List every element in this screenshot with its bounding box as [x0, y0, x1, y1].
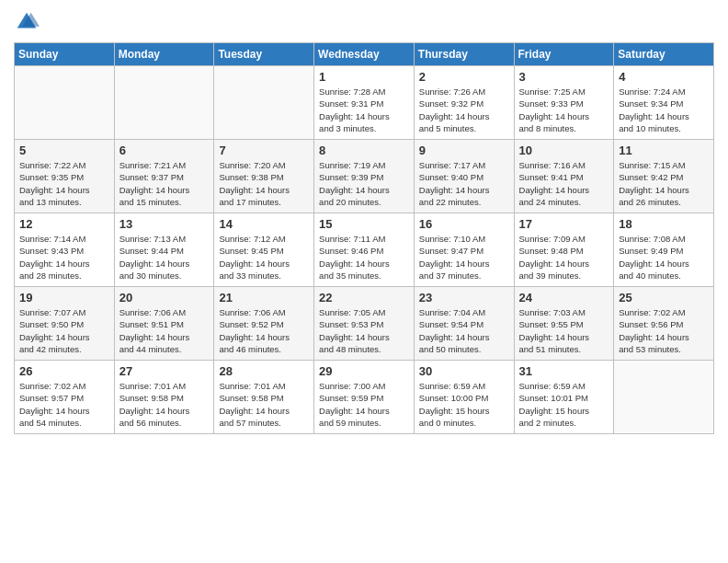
day-info: Sunrise: 7:05 AM Sunset: 9:53 PM Dayligh…	[319, 306, 409, 355]
day-number: 18	[619, 217, 709, 231]
calendar-cell: 31Sunrise: 6:59 AM Sunset: 10:01 PM Dayl…	[514, 361, 614, 434]
calendar-cell: 2Sunrise: 7:26 AM Sunset: 9:32 PM Daylig…	[414, 66, 514, 140]
day-number: 11	[619, 144, 709, 157]
day-info: Sunrise: 7:02 AM Sunset: 9:56 PM Dayligh…	[619, 306, 709, 355]
calendar-cell: 16Sunrise: 7:10 AM Sunset: 9:47 PM Dayli…	[414, 213, 514, 287]
calendar-cell: 19Sunrise: 7:07 AM Sunset: 9:50 PM Dayli…	[15, 287, 115, 361]
weekday-header-sunday: Sunday	[15, 43, 115, 66]
calendar-cell: 12Sunrise: 7:14 AM Sunset: 9:43 PM Dayli…	[15, 213, 115, 287]
day-info: Sunrise: 7:03 AM Sunset: 9:55 PM Dayligh…	[519, 306, 609, 355]
weekday-header-row: SundayMondayTuesdayWednesdayThursdayFrid…	[15, 43, 714, 66]
day-info: Sunrise: 7:19 AM Sunset: 9:39 PM Dayligh…	[319, 159, 409, 208]
day-info: Sunrise: 7:10 AM Sunset: 9:47 PM Dayligh…	[419, 233, 509, 282]
day-info: Sunrise: 6:59 AM Sunset: 10:01 PM Daylig…	[519, 380, 609, 429]
week-row-3: 12Sunrise: 7:14 AM Sunset: 9:43 PM Dayli…	[15, 213, 714, 287]
day-info: Sunrise: 7:07 AM Sunset: 9:50 PM Dayligh…	[19, 306, 109, 355]
day-info: Sunrise: 7:24 AM Sunset: 9:34 PM Dayligh…	[619, 86, 709, 134]
day-info: Sunrise: 7:11 AM Sunset: 9:46 PM Dayligh…	[319, 233, 409, 282]
day-number: 2	[419, 70, 509, 84]
day-info: Sunrise: 7:08 AM Sunset: 9:49 PM Dayligh…	[619, 233, 709, 282]
day-info: Sunrise: 7:14 AM Sunset: 9:43 PM Dayligh…	[19, 233, 109, 282]
day-number: 27	[119, 364, 210, 378]
weekday-header-saturday: Saturday	[614, 43, 714, 66]
day-number: 15	[319, 217, 409, 231]
day-number: 19	[19, 291, 109, 304]
day-info: Sunrise: 7:01 AM Sunset: 9:58 PM Dayligh…	[119, 380, 210, 429]
day-info: Sunrise: 7:00 AM Sunset: 9:59 PM Dayligh…	[319, 380, 409, 429]
calendar-cell	[114, 66, 214, 140]
day-number: 17	[519, 217, 609, 231]
calendar-cell: 9Sunrise: 7:17 AM Sunset: 9:40 PM Daylig…	[414, 140, 514, 213]
day-info: Sunrise: 7:16 AM Sunset: 9:41 PM Dayligh…	[519, 159, 609, 208]
calendar-cell: 11Sunrise: 7:15 AM Sunset: 9:42 PM Dayli…	[614, 140, 714, 213]
day-info: Sunrise: 7:06 AM Sunset: 9:51 PM Dayligh…	[119, 306, 210, 355]
day-info: Sunrise: 7:12 AM Sunset: 9:45 PM Dayligh…	[219, 233, 309, 282]
weekday-header-thursday: Thursday	[414, 43, 514, 66]
calendar-cell: 23Sunrise: 7:04 AM Sunset: 9:54 PM Dayli…	[414, 287, 514, 361]
day-info: Sunrise: 7:13 AM Sunset: 9:44 PM Dayligh…	[119, 233, 210, 282]
calendar-cell: 26Sunrise: 7:02 AM Sunset: 9:57 PM Dayli…	[15, 361, 115, 434]
calendar-cell: 15Sunrise: 7:11 AM Sunset: 9:46 PM Dayli…	[314, 213, 415, 287]
week-row-5: 26Sunrise: 7:02 AM Sunset: 9:57 PM Dayli…	[15, 361, 714, 434]
calendar-cell: 27Sunrise: 7:01 AM Sunset: 9:58 PM Dayli…	[114, 361, 214, 434]
day-number: 9	[419, 144, 509, 157]
day-number: 5	[19, 144, 109, 157]
day-number: 28	[219, 364, 309, 378]
day-number: 23	[419, 291, 509, 304]
logo-icon	[14, 9, 40, 35]
day-info: Sunrise: 7:26 AM Sunset: 9:32 PM Dayligh…	[419, 86, 509, 134]
day-number: 29	[319, 364, 409, 378]
week-row-2: 5Sunrise: 7:22 AM Sunset: 9:35 PM Daylig…	[15, 140, 714, 213]
day-info: Sunrise: 7:09 AM Sunset: 9:48 PM Dayligh…	[519, 233, 609, 282]
calendar-cell: 13Sunrise: 7:13 AM Sunset: 9:44 PM Dayli…	[114, 213, 214, 287]
weekday-header-monday: Monday	[114, 43, 214, 66]
calendar-cell	[614, 361, 714, 434]
day-number: 31	[519, 364, 609, 378]
weekday-header-tuesday: Tuesday	[214, 43, 314, 66]
calendar-cell: 21Sunrise: 7:06 AM Sunset: 9:52 PM Dayli…	[214, 287, 314, 361]
calendar-cell: 10Sunrise: 7:16 AM Sunset: 9:41 PM Dayli…	[514, 140, 614, 213]
calendar-cell: 24Sunrise: 7:03 AM Sunset: 9:55 PM Dayli…	[514, 287, 614, 361]
day-info: Sunrise: 7:04 AM Sunset: 9:54 PM Dayligh…	[419, 306, 509, 355]
day-info: Sunrise: 7:25 AM Sunset: 9:33 PM Dayligh…	[519, 86, 609, 134]
calendar-table: SundayMondayTuesdayWednesdayThursdayFrid…	[14, 42, 714, 434]
weekday-header-wednesday: Wednesday	[314, 43, 415, 66]
calendar-cell: 7Sunrise: 7:20 AM Sunset: 9:38 PM Daylig…	[214, 140, 314, 213]
header	[14, 9, 714, 35]
logo	[14, 9, 43, 35]
day-info: Sunrise: 7:20 AM Sunset: 9:38 PM Dayligh…	[219, 159, 309, 208]
calendar-cell: 4Sunrise: 7:24 AM Sunset: 9:34 PM Daylig…	[614, 66, 714, 140]
day-info: Sunrise: 7:28 AM Sunset: 9:31 PM Dayligh…	[319, 86, 409, 134]
day-info: Sunrise: 7:21 AM Sunset: 9:37 PM Dayligh…	[119, 159, 210, 208]
day-number: 24	[519, 291, 609, 304]
day-info: Sunrise: 7:15 AM Sunset: 9:42 PM Dayligh…	[619, 159, 709, 208]
page-container: SundayMondayTuesdayWednesdayThursdayFrid…	[0, 0, 728, 448]
calendar-cell: 18Sunrise: 7:08 AM Sunset: 9:49 PM Dayli…	[614, 213, 714, 287]
day-number: 13	[119, 217, 210, 231]
day-info: Sunrise: 7:06 AM Sunset: 9:52 PM Dayligh…	[219, 306, 309, 355]
calendar-cell: 14Sunrise: 7:12 AM Sunset: 9:45 PM Dayli…	[214, 213, 314, 287]
day-number: 22	[319, 291, 409, 304]
day-number: 30	[419, 364, 509, 378]
calendar-cell: 6Sunrise: 7:21 AM Sunset: 9:37 PM Daylig…	[114, 140, 214, 213]
day-number: 7	[219, 144, 309, 157]
calendar-cell: 30Sunrise: 6:59 AM Sunset: 10:00 PM Dayl…	[414, 361, 514, 434]
calendar-cell: 22Sunrise: 7:05 AM Sunset: 9:53 PM Dayli…	[314, 287, 415, 361]
week-row-1: 1Sunrise: 7:28 AM Sunset: 9:31 PM Daylig…	[15, 66, 714, 140]
week-row-4: 19Sunrise: 7:07 AM Sunset: 9:50 PM Dayli…	[15, 287, 714, 361]
day-number: 14	[219, 217, 309, 231]
day-number: 6	[119, 144, 210, 157]
day-number: 16	[419, 217, 509, 231]
calendar-cell: 17Sunrise: 7:09 AM Sunset: 9:48 PM Dayli…	[514, 213, 614, 287]
day-number: 20	[119, 291, 210, 304]
calendar-cell: 3Sunrise: 7:25 AM Sunset: 9:33 PM Daylig…	[514, 66, 614, 140]
day-info: Sunrise: 7:17 AM Sunset: 9:40 PM Dayligh…	[419, 159, 509, 208]
day-info: Sunrise: 6:59 AM Sunset: 10:00 PM Daylig…	[419, 380, 509, 429]
day-number: 3	[519, 70, 609, 84]
weekday-header-friday: Friday	[514, 43, 614, 66]
day-number: 25	[619, 291, 709, 304]
day-number: 1	[319, 70, 409, 84]
calendar-cell: 20Sunrise: 7:06 AM Sunset: 9:51 PM Dayli…	[114, 287, 214, 361]
day-number: 4	[619, 70, 709, 84]
day-number: 10	[519, 144, 609, 157]
